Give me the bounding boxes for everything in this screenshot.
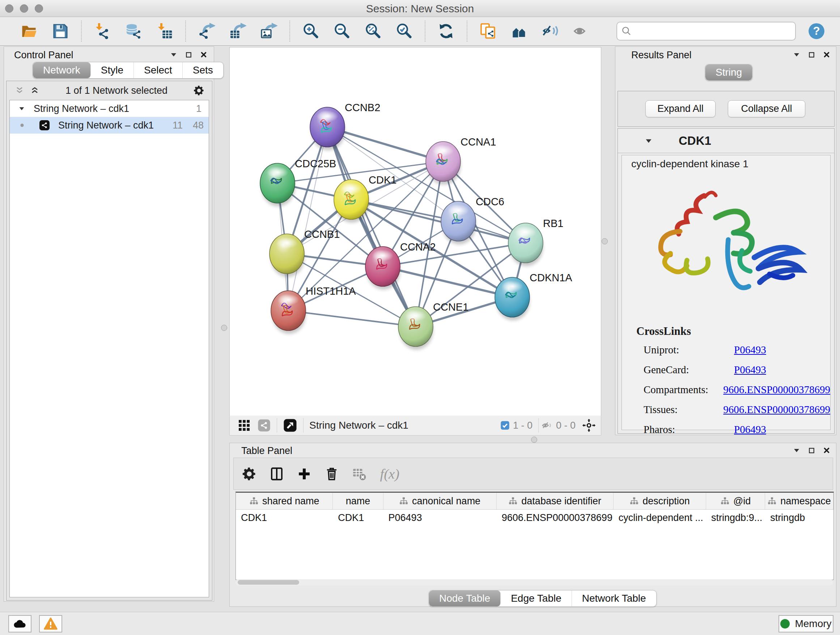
toolbar-separator	[425, 21, 425, 42]
export-image-icon	[260, 22, 278, 40]
network-graph[interactable]: CCNB2CCNA1CDC25BCDK1CDC6RB1CCNB1CCNA2CDK…	[230, 48, 600, 415]
zoom-fit-button[interactable]	[362, 20, 384, 42]
zoom-in-button[interactable]	[300, 20, 322, 42]
column-header-canonical-name[interactable]: canonical name	[384, 493, 497, 509]
birdseye-view-icon[interactable]	[283, 418, 297, 432]
zoom-out-button[interactable]	[331, 20, 353, 42]
grid-view-icon[interactable]	[238, 419, 251, 432]
network-options-gear-icon[interactable]	[193, 85, 205, 96]
crosslink-value-link[interactable]: P06493	[734, 364, 766, 376]
import-database-icon	[125, 22, 142, 40]
network-badge-icon[interactable]	[257, 418, 271, 432]
tab-sets[interactable]: Sets	[183, 62, 223, 78]
network-tree-row[interactable]: String Network – cdk1 1	[10, 100, 209, 117]
show-all-button[interactable]	[570, 20, 592, 42]
column-header-database-identifier[interactable]: database identifier	[497, 493, 614, 509]
results-panel-close-icon[interactable]	[822, 50, 831, 59]
column-header-namespace[interactable]: namespace	[765, 493, 834, 509]
duplicate-network-button[interactable]	[477, 20, 499, 42]
network-tree-row[interactable]: String Network – cdk1 11 48	[10, 117, 209, 134]
column-header-description[interactable]: description	[614, 493, 706, 509]
import-network-button[interactable]	[91, 20, 114, 42]
hide-selected-button[interactable]	[539, 20, 561, 42]
crosslink-value-link[interactable]: 9606.ENSP00000378699	[723, 404, 830, 416]
table-hscrollbar[interactable]	[235, 579, 833, 585]
save-icon	[52, 22, 69, 40]
delete-column-icon[interactable]	[324, 466, 339, 481]
control-panel-close-icon[interactable]	[199, 50, 208, 59]
network-collection-name: String Network – cdk1	[34, 103, 129, 114]
add-column-icon[interactable]	[297, 466, 312, 481]
results-panel: Results Panel String Expand All Collapse…	[615, 46, 836, 435]
export-image-button[interactable]	[257, 20, 280, 42]
results-panel-float-icon[interactable]	[807, 51, 816, 59]
tab-string[interactable]: String	[706, 65, 752, 80]
crosslink-label: Pharos:	[644, 424, 734, 435]
control-panel: Control Panel NetworkStyleSelectSets 1 o…	[4, 46, 214, 602]
network-name: String Network – cdk1	[58, 120, 154, 131]
svg-text:RB1: RB1	[543, 218, 563, 229]
left-splitter-handle[interactable]	[221, 325, 227, 331]
zoom-selected-button[interactable]	[393, 20, 415, 42]
save-button[interactable]	[49, 20, 72, 42]
collapse-all-networks-icon[interactable]	[14, 86, 25, 96]
help-icon: ?	[807, 22, 826, 40]
first-neighbors-button[interactable]	[508, 20, 531, 42]
gene-section-header[interactable]: CDK1	[618, 128, 834, 153]
table-panel-close-icon[interactable]	[822, 446, 831, 455]
control-panel-menu-icon[interactable]	[169, 50, 178, 59]
expand-all-button[interactable]: Expand All	[645, 100, 715, 117]
column-header-shared-name[interactable]: shared name	[236, 493, 333, 509]
tab-network-table[interactable]: Network Table	[572, 591, 656, 606]
results-panel-menu-icon[interactable]	[792, 50, 801, 59]
collection-count: 1	[196, 103, 202, 114]
tab-edge-table[interactable]: Edge Table	[501, 591, 572, 606]
import-database-button[interactable]	[122, 20, 145, 42]
section-collapse-icon[interactable]	[644, 136, 653, 146]
warnings-button[interactable]	[39, 615, 62, 632]
import-table-button[interactable]	[153, 20, 176, 42]
table-panel-menu-icon[interactable]	[792, 446, 801, 455]
crosslink-label: Tissues:	[644, 404, 723, 416]
table-panel-float-icon[interactable]	[807, 447, 816, 455]
tab-node-table[interactable]: Node Table	[429, 591, 501, 606]
table-options-gear-icon[interactable]	[242, 466, 257, 481]
collapse-all-button[interactable]: Collapse All	[728, 100, 805, 117]
protein-structure-image	[638, 176, 830, 315]
help-button[interactable]: ?	[807, 22, 826, 40]
crosshair-icon[interactable]	[582, 418, 596, 432]
search-input[interactable]	[616, 22, 796, 41]
crosslink-value-link[interactable]: 9606.ENSP00000378699	[723, 384, 830, 396]
cloud-icon	[13, 616, 27, 631]
tree-expand-icon[interactable]	[18, 105, 26, 112]
column-type-icon	[630, 496, 639, 506]
column-header-label: database identifier	[521, 496, 601, 507]
selected-checkbox-icon[interactable]	[500, 420, 510, 431]
export-network-button[interactable]	[195, 20, 218, 42]
control-panel-float-icon[interactable]	[185, 51, 193, 59]
table-row[interactable]: CDK1CDK1P064939606.ENSP00000378699cyclin…	[236, 510, 834, 526]
column-header-label: shared name	[262, 496, 319, 507]
results-panel-title: Results Panel	[631, 50, 692, 60]
column-header-name[interactable]: name	[333, 493, 383, 509]
expand-all-networks-icon[interactable]	[30, 86, 40, 96]
export-table-button[interactable]	[226, 20, 249, 42]
show-columns-icon[interactable]	[269, 466, 284, 481]
crosslink-value-link[interactable]: P06493	[734, 344, 766, 356]
right-splitter-handle[interactable]	[602, 238, 608, 244]
toolbar-groups	[14, 20, 597, 42]
open-folder-button[interactable]	[18, 20, 41, 42]
status-bar: Memory	[0, 612, 840, 635]
refresh-button[interactable]	[435, 20, 457, 42]
tab-style[interactable]: Style	[91, 62, 134, 78]
crosslink-value-link[interactable]: P06493	[734, 424, 766, 435]
tab-network[interactable]: Network	[33, 62, 91, 78]
memory-button[interactable]: Memory	[778, 615, 834, 632]
tab-select[interactable]: Select	[134, 62, 183, 78]
table-hscrollbar-thumb[interactable]	[238, 580, 299, 585]
cloud-status-button[interactable]	[8, 615, 32, 632]
network-canvas[interactable]: CCNB2CCNA1CDC25BCDK1CDC6RB1CCNB1CCNA2CDK…	[229, 47, 601, 416]
column-header--id[interactable]: @id	[706, 493, 765, 509]
bottom-splitter-handle[interactable]	[531, 437, 537, 443]
search-wrap	[616, 22, 796, 41]
